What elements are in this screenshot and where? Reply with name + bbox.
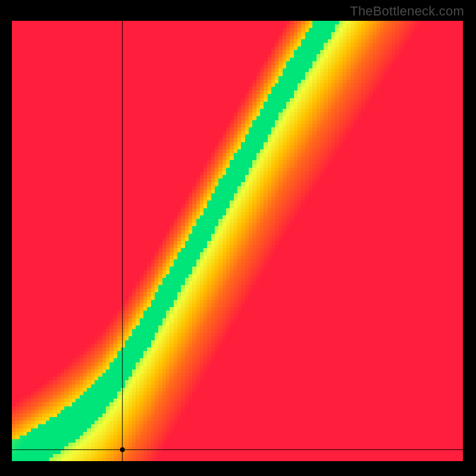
- chart-frame: TheBottleneck.com: [0, 0, 476, 476]
- heatmap-plot: [12, 21, 463, 461]
- heatmap-canvas: [12, 21, 463, 461]
- watermark-text: TheBottleneck.com: [350, 4, 464, 19]
